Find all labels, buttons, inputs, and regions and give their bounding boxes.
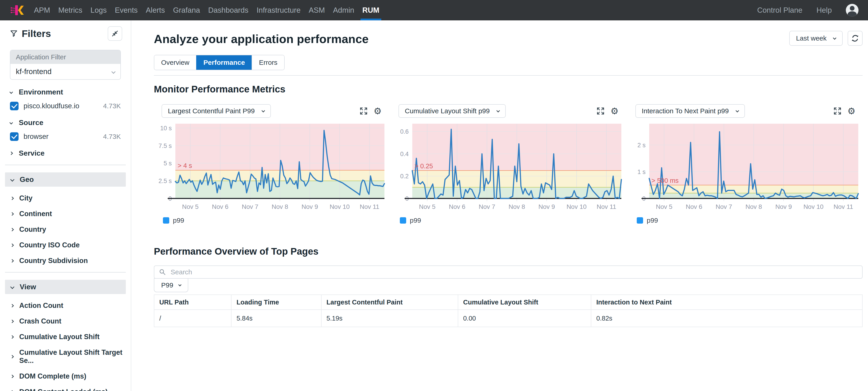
funnel-icon bbox=[10, 30, 18, 37]
expand-icon[interactable] bbox=[359, 106, 369, 116]
sidebar-item-dom-complete-ms[interactable]: DOM Complete (ms) bbox=[0, 372, 131, 380]
chevron-right-icon bbox=[10, 212, 14, 216]
view-tabs: OverviewPerformanceErrors bbox=[154, 55, 285, 70]
facet-header-service[interactable]: Service bbox=[0, 149, 131, 158]
percentile-select[interactable]: P99 bbox=[154, 278, 188, 292]
group-header-view[interactable]: View bbox=[5, 280, 126, 294]
facet-option-row[interactable]: browser 4.73K bbox=[0, 132, 131, 141]
search-input[interactable] bbox=[170, 268, 858, 276]
table-header-row: URL PathLoading TimeLargest Contentful P… bbox=[154, 295, 862, 310]
nav-item-asm[interactable]: ASM bbox=[305, 0, 329, 20]
tab-errors[interactable]: Errors bbox=[252, 55, 284, 70]
tab-overview[interactable]: Overview bbox=[154, 55, 196, 70]
column-header-interaction-to-next-paint[interactable]: Interaction to Next Paint bbox=[591, 295, 862, 310]
svg-text:> 0.25: > 0.25 bbox=[414, 162, 433, 170]
user-avatar-icon[interactable] bbox=[846, 4, 859, 17]
nav-item-apm[interactable]: APM bbox=[30, 0, 54, 20]
legend-label: p99 bbox=[647, 217, 658, 224]
nav-item-infrastructure[interactable]: Infrastructure bbox=[252, 0, 305, 20]
nav-item-rum[interactable]: RUM bbox=[358, 0, 383, 20]
svg-text:Nov 10: Nov 10 bbox=[567, 203, 587, 210]
table-row[interactable]: /5.84s5.19s0.000.82s bbox=[154, 310, 862, 327]
svg-text:Nov 7: Nov 7 bbox=[715, 203, 732, 210]
facet-option-count: 4.73K bbox=[103, 133, 121, 140]
sidebar-item-cumulative-layout-shift[interactable]: Cumulative Layout Shift bbox=[0, 333, 131, 341]
collapse-sidebar-button[interactable] bbox=[108, 26, 122, 41]
expand-icon[interactable] bbox=[833, 106, 842, 116]
gear-icon[interactable]: ⚙ bbox=[610, 106, 620, 116]
facet-option-row[interactable]: pisco.kloudfuse.io 4.73K bbox=[0, 102, 131, 110]
sidebar-item-label: DOM Content Loaded (ms) bbox=[19, 388, 108, 391]
svg-text:Nov 5: Nov 5 bbox=[419, 203, 435, 210]
svg-text:5 s: 5 s bbox=[164, 160, 172, 167]
nav-item-admin[interactable]: Admin bbox=[329, 0, 359, 20]
sidebar-item-country[interactable]: Country bbox=[0, 225, 131, 233]
facet-header-source[interactable]: Source bbox=[0, 118, 131, 127]
metric-select-inp[interactable]: Interaction To Next Paint p99 bbox=[636, 104, 745, 118]
expand-icon-glyph bbox=[833, 107, 842, 115]
chevron-right-icon bbox=[10, 390, 14, 391]
facet-header-environment[interactable]: Environment bbox=[0, 88, 131, 96]
chevron-down-icon bbox=[178, 283, 182, 286]
svg-text:2.5 s: 2.5 s bbox=[158, 177, 172, 185]
sidebar-item-label: Country Subdivision bbox=[19, 257, 88, 265]
nav-item-events[interactable]: Events bbox=[111, 0, 142, 20]
chart-lcp: Nov 5Nov 6Nov 7Nov 8Nov 9Nov 10Nov 1102.… bbox=[154, 120, 388, 211]
nav-item-logs[interactable]: Logs bbox=[87, 0, 111, 20]
filters-title: Filters bbox=[10, 28, 51, 39]
legend-swatch bbox=[400, 217, 406, 224]
sidebar-item-cumulative-layout-shift-target-se[interactable]: Cumulative Layout Shift Target Se... bbox=[0, 348, 131, 365]
tab-performance[interactable]: Performance bbox=[196, 55, 252, 70]
top-pages-section: Performance Overview of Top Pages P99 UR… bbox=[154, 246, 863, 327]
metric-select-label: Largest Contentful Paint P99 bbox=[168, 107, 255, 115]
kloudfuse-logo-icon[interactable] bbox=[9, 3, 24, 18]
chevron-right-icon bbox=[10, 259, 14, 262]
chart-legend: p99 bbox=[163, 217, 388, 224]
nav-item-alerts[interactable]: Alerts bbox=[142, 0, 169, 20]
svg-text:> 4 s: > 4 s bbox=[178, 162, 192, 169]
sidebar-divider bbox=[5, 165, 126, 165]
gear-icon[interactable]: ⚙ bbox=[846, 106, 857, 116]
chart-panel-lcp: Largest Contentful Paint P99⚙Nov 5Nov 6N… bbox=[154, 104, 388, 224]
time-range-select[interactable]: Last week bbox=[789, 31, 843, 46]
nav-control-plane[interactable]: Control Plane bbox=[757, 6, 802, 15]
refresh-button[interactable] bbox=[848, 31, 863, 46]
sidebar-item-dom-content-loaded-ms[interactable]: DOM Content Loaded (ms) bbox=[0, 388, 131, 391]
sidebar-item-crash-count[interactable]: Crash Count bbox=[0, 317, 131, 325]
checkbox-checked[interactable] bbox=[10, 102, 19, 110]
column-header-url-path[interactable]: URL Path bbox=[154, 295, 231, 310]
chevron-down-icon bbox=[10, 177, 14, 181]
svg-text:Nov 11: Nov 11 bbox=[834, 203, 853, 210]
group-header-geo[interactable]: Geo bbox=[5, 172, 126, 187]
facet-option-label: browser bbox=[24, 133, 49, 141]
sidebar-item-action-count[interactable]: Action Count bbox=[0, 302, 131, 310]
nav-item-grafana[interactable]: Grafana bbox=[169, 0, 204, 20]
column-header-cumulative-layout-shift[interactable]: Cumulative Layout Shift bbox=[458, 295, 591, 310]
nav-item-dashboards[interactable]: Dashboards bbox=[204, 0, 252, 20]
sidebar-item-continent[interactable]: Continent bbox=[0, 210, 131, 218]
sidebar-item-country-iso-code[interactable]: Country ISO Code bbox=[0, 241, 131, 249]
header-divider bbox=[154, 75, 863, 76]
chevron-right-icon bbox=[10, 304, 14, 307]
chevron-right-icon bbox=[10, 228, 14, 231]
column-header-largest-contentful-paint[interactable]: Largest Contentful Paint bbox=[321, 295, 458, 310]
table-cell: 0.00 bbox=[458, 310, 591, 327]
sidebar-divider bbox=[5, 272, 126, 273]
legend-swatch bbox=[637, 217, 643, 224]
svg-text:7.5 s: 7.5 s bbox=[158, 142, 172, 149]
sidebar-item-label: Country bbox=[19, 225, 46, 233]
sidebar-item-city[interactable]: City bbox=[0, 194, 131, 202]
column-header-loading-time[interactable]: Loading Time bbox=[231, 295, 321, 310]
checkbox-checked[interactable] bbox=[10, 132, 19, 141]
nav-help[interactable]: Help bbox=[816, 6, 832, 15]
expand-icon[interactable] bbox=[595, 106, 606, 116]
gear-icon[interactable]: ⚙ bbox=[373, 106, 383, 116]
table-search[interactable] bbox=[154, 266, 863, 279]
metric-select-cls[interactable]: Cumulative Layout Shift p99 bbox=[399, 104, 506, 118]
nav-item-metrics[interactable]: Metrics bbox=[54, 0, 87, 20]
application-filter-select[interactable]: Application Filter kf-frontend bbox=[10, 50, 121, 80]
metric-select-lcp[interactable]: Largest Contentful Paint P99 bbox=[161, 104, 271, 118]
sidebar-item-country-subdivision[interactable]: Country Subdivision bbox=[0, 257, 131, 265]
top-pages-table: URL PathLoading TimeLargest Contentful P… bbox=[154, 295, 863, 327]
svg-text:2 s: 2 s bbox=[638, 142, 646, 149]
